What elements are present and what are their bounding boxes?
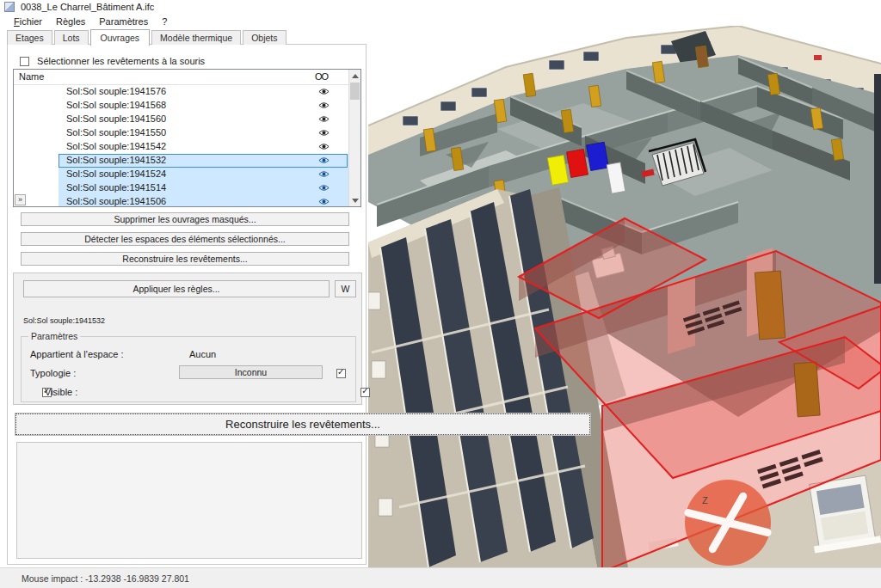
list-item[interactable]: Sol:Sol souple:1941542 — [14, 140, 360, 154]
list-item-selected[interactable]: Sol:Sol souple:1941532 — [14, 154, 360, 168]
list-item-label: Sol:Sol souple:1941532 — [66, 155, 166, 165]
detect-spaces-button[interactable]: Détecter les espaces des éléments sélect… — [21, 232, 349, 246]
list-item-label: Sol:Sol souple:1941542 — [66, 141, 166, 151]
tab-modele-thermique[interactable]: Modèle thermique — [151, 30, 241, 45]
delete-masked-button[interactable]: Supprimer les ouvrages masqués... — [21, 212, 349, 226]
w-button[interactable]: W — [335, 280, 356, 297]
list-item-label: Sol:Sol souple:1941568 — [66, 100, 166, 110]
list-item[interactable]: Sol:Sol souple:1941568 — [14, 99, 360, 113]
eye-icon[interactable] — [318, 198, 330, 205]
list-scrollbar[interactable] — [348, 70, 360, 206]
list-item-label: Sol:Sol souple:1941560 — [66, 113, 166, 124]
bottom-empty-groupbox — [16, 442, 362, 559]
rebuild-coverings-overlay-button[interactable]: Reconstruire les revêtements... — [15, 413, 590, 435]
list-corner-button[interactable]: » — [15, 194, 26, 205]
eye-icon[interactable] — [318, 101, 330, 109]
typology-button[interactable]: Inconnu — [179, 365, 323, 379]
typology-label: Typologie : — [30, 368, 76, 378]
menu-fichier[interactable]: Fichier — [7, 15, 49, 28]
list-item-selected[interactable]: Sol:Sol souple:1941524 — [14, 168, 360, 181]
list-item-label: Sol:Sol souple:1941550 — [66, 127, 166, 138]
3d-viewport[interactable]: Z — [368, 26, 881, 567]
visible-checkbox-right[interactable] — [360, 388, 370, 397]
list-item-label: Sol:Sol souple:1941506 — [66, 196, 166, 206]
window-title: 0038_Le Charrel_Bâtiment A.ifc — [21, 2, 154, 12]
scroll-up-icon[interactable] — [349, 70, 360, 82]
list-item-selected[interactable]: Sol:Sol souple:1941514 — [14, 181, 360, 195]
eye-icon[interactable] — [318, 129, 330, 137]
ouvrages-tab-page: Sélectionner les revêtements à la souris… — [7, 44, 367, 565]
parameters-groupbox: Paramètres Appartient à l'espace : Aucun… — [21, 336, 356, 402]
rebuild-coverings-button[interactable]: Reconstruire les revêtements... — [21, 252, 349, 266]
tab-lots[interactable]: Lots — [54, 30, 89, 45]
scroll-down-icon[interactable] — [349, 194, 360, 206]
selected-item: Sol:Sol souple:1941532 — [23, 317, 105, 326]
eye-icon[interactable] — [318, 88, 330, 95]
visibility-column-header[interactable]: OO — [315, 71, 328, 82]
list-item-label: Sol:Sol souple:1941576 — [66, 86, 166, 96]
eye-icon[interactable] — [318, 184, 330, 192]
list-item[interactable]: Sol:Sol souple:1941560 — [14, 113, 360, 126]
app-icon — [4, 2, 15, 12]
name-column-header[interactable]: Name — [19, 71, 44, 82]
list-item[interactable]: Sol:Sol souple:1941550 — [14, 126, 360, 140]
rules-groupbox: Appliquer les règles... W Sol:Sol souple… — [13, 273, 362, 405]
tab-ouvrages[interactable]: Ouvrages — [90, 29, 151, 46]
select-coverings-label: Sélectionner les revêtements à la souris — [37, 56, 205, 66]
list-item[interactable]: Sol:Sol souple:1941576 — [14, 85, 360, 99]
list-item-label: Sol:Sol souple:1941514 — [66, 182, 166, 193]
coverings-list[interactable]: Name OO Sol:Sol souple:1941576 Sol:Sol s… — [13, 69, 361, 207]
apply-rules-button[interactable]: Appliquer les règles... — [23, 280, 330, 297]
parameters-group-label: Paramètres — [28, 331, 80, 341]
mouse-impact-status: Mouse impact : -13.2938 -16.9839 27.801 — [22, 573, 189, 584]
list-header: Name OO — [14, 70, 360, 85]
eye-icon[interactable] — [318, 156, 330, 164]
select-coverings-checkbox[interactable] — [20, 57, 29, 66]
typology-checkbox[interactable] — [336, 369, 346, 378]
tab-strip: Etages Lots Ouvrages Modèle thermique Ob… — [7, 29, 288, 45]
list-item-label: Sol:Sol souple:1941524 — [66, 168, 166, 179]
eye-icon[interactable] — [318, 170, 330, 178]
visible-label: Visible : — [45, 387, 77, 397]
space-label: Appartient à l'espace : — [30, 349, 124, 359]
eye-icon[interactable] — [318, 143, 330, 150]
select-coverings-row: Sélectionner les revêtements à la souris — [20, 55, 205, 66]
scroll-thumb[interactable] — [350, 83, 360, 100]
menu-parametres[interactable]: Paramètres — [92, 15, 155, 28]
menu-help[interactable]: ? — [155, 15, 174, 28]
tab-objets[interactable]: Objets — [243, 30, 286, 45]
list-item-selected[interactable]: Sol:Sol souple:1941506 — [14, 195, 360, 207]
menu-regles[interactable]: Règles — [49, 15, 92, 28]
eye-icon[interactable] — [318, 115, 330, 123]
tab-etages[interactable]: Etages — [7, 30, 52, 45]
title-bar: 0038_Le Charrel_Bâtiment A.ifc — [0, 0, 881, 14]
status-bar: Mouse impact : -13.2938 -16.9839 27.801 — [0, 567, 881, 588]
compass-z-label: Z — [702, 495, 708, 505]
space-value: Aucun — [189, 349, 216, 359]
